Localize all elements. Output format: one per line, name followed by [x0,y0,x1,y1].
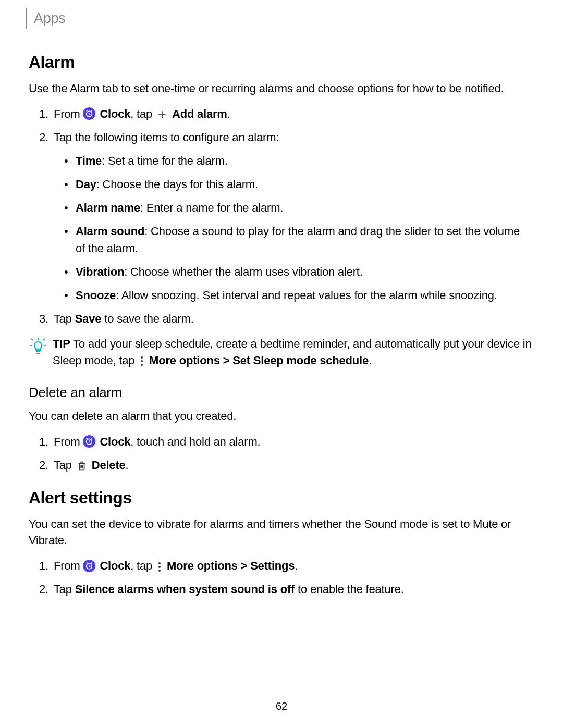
clock-label: Clock [100,559,130,572]
svg-line-12 [43,339,45,340]
config-text: : Choose whether the alarm uses vibratio… [124,265,363,278]
step-text: , tap [130,107,155,120]
alert-settings-steps: From Clock, tap More options > Settings.… [29,557,532,598]
step-text: . [126,459,129,472]
add-alarm-label: Add alarm [172,107,227,120]
header-divider [26,8,27,29]
clock-icon [83,107,95,120]
clock-icon [83,560,95,572]
alert-step-2: Tap Silence alarms when system sound is … [29,581,532,598]
svg-line-2 [89,114,90,115]
clock-label: Clock [100,107,130,120]
svg-line-4 [91,110,92,111]
svg-line-21 [87,438,88,439]
config-time: Time: Set a time for the alarm. [54,152,532,169]
step-text: . [227,107,230,120]
svg-line-30 [91,562,92,563]
config-label: Alarm name [76,201,140,214]
svg-line-3 [87,110,88,111]
delete-alarm-intro: You can delete an alarm that you created… [29,408,532,425]
more-options-icon [139,355,145,367]
step-text: Tap [54,312,75,325]
tip-text: . [369,354,372,367]
svg-line-22 [91,438,92,439]
config-label: Alarm sound [76,225,144,238]
trash-icon [76,460,88,472]
svg-point-16 [141,360,143,362]
svg-point-15 [141,356,143,359]
tip-content: TIP To add your sleep schedule, create a… [53,336,532,369]
tip-box: TIP To add your sleep schedule, create a… [29,336,532,369]
config-name: Alarm name: Enter a name for the alarm. [54,199,532,216]
svg-point-33 [158,570,161,572]
silence-label: Silence alarms when system sound is off [75,583,295,596]
config-text: : Choose the days for this alarm. [96,178,258,191]
config-label: Snooze [76,289,116,302]
step-text: to save the alarm. [101,312,193,325]
more-settings-label: More options > Settings [167,559,295,572]
step-text: , touch and hold an alarm. [130,435,260,448]
step-text: From [54,435,83,448]
delete-alarm-heading: Delete an alarm [29,385,532,401]
step-text: Tap [54,459,75,472]
config-text: : Allow snoozing. Set interval and repea… [116,289,497,302]
step-text: From [54,559,83,572]
svg-line-29 [87,562,88,563]
clock-label: Clock [100,435,130,448]
svg-point-17 [141,364,143,366]
svg-point-32 [158,566,161,568]
step-text: From [54,107,83,120]
delete-step-1: From Clock, touch and hold an alarm. [29,433,532,450]
more-options-label: More options > Set Sleep mode schedule [149,354,369,367]
config-text: : Set a time for the alarm. [102,154,228,167]
svg-point-7 [34,342,42,349]
alert-step-1: From Clock, tap More options > Settings. [29,557,532,574]
alarm-step-3: Tap Save to save the alarm. [29,310,532,327]
config-vibration: Vibration: Choose whether the alarm uses… [54,263,532,280]
clock-icon [83,435,95,448]
step-text: to enable the feature. [295,583,403,596]
alarm-steps: From Clock, tap Add alarm. Tap the follo… [29,105,532,327]
breadcrumb: Apps [34,10,532,27]
alert-settings-intro: You can set the device to vibrate for al… [29,516,532,549]
config-label: Day [76,178,96,191]
svg-line-20 [89,441,90,442]
alert-settings-heading: Alert settings [29,488,532,508]
config-sound: Alarm sound: Choose a sound to play for … [54,223,532,257]
alarm-intro: Use the Alarm tab to set one-time or rec… [29,80,532,97]
alarm-step-1: From Clock, tap Add alarm. [29,105,532,122]
svg-line-28 [89,566,90,566]
config-label: Time [76,154,102,167]
lightbulb-icon [29,337,47,355]
config-text: : Enter a name for the alarm. [140,201,283,214]
alarm-step-2: Tap the following items to configure an … [29,129,532,304]
step-text: . [295,559,298,572]
config-day: Day: Choose the days for this alarm. [54,176,532,193]
config-snooze: Snooze: Allow snoozing. Set interval and… [54,287,532,304]
delete-step-2: Tap Delete. [29,456,532,474]
alert-settings-section: Alert settings You can set the device to… [29,488,532,598]
save-label: Save [75,312,102,325]
delete-label: Delete [92,459,126,472]
step-text: , tap [130,559,155,572]
svg-line-11 [31,339,33,340]
delete-alarm-steps: From Clock, touch and hold an alarm. Tap… [29,433,532,474]
alarm-heading: Alarm [29,53,532,72]
page-number: 62 [276,700,287,712]
alarm-section: Alarm Use the Alarm tab to set one-time … [29,53,532,369]
config-label: Vibration [76,265,124,278]
more-options-icon [156,561,163,573]
step-text: Tap [54,583,75,596]
tip-label: TIP [53,337,70,350]
delete-alarm-section: Delete an alarm You can delete an alarm … [29,385,532,474]
svg-point-31 [158,562,161,564]
alarm-config-list: Time: Set a time for the alarm. Day: Cho… [54,152,532,304]
step-text: Tap the following items to configure an … [54,131,279,144]
plus-icon [156,109,168,120]
